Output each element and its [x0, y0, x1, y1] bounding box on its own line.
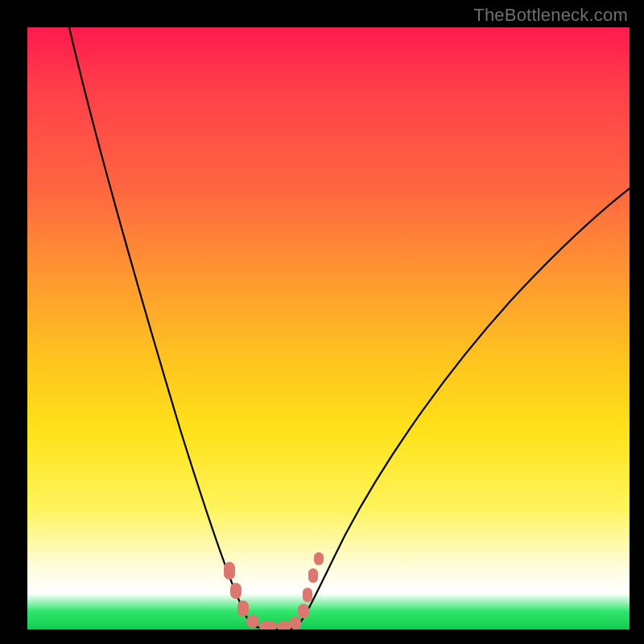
sample-dot	[290, 617, 301, 630]
sample-dot	[277, 621, 291, 630]
watermark-text: TheBottleneck.com	[473, 5, 628, 26]
curve-layer	[27, 27, 630, 630]
sample-dot	[230, 583, 242, 599]
sample-dot	[237, 601, 249, 617]
sample-dot	[246, 615, 259, 628]
chart-frame: TheBottleneck.com	[0, 0, 644, 644]
right-curve	[296, 188, 630, 627]
plot-area	[27, 27, 630, 630]
sample-dot	[259, 621, 277, 630]
left-curve	[69, 27, 257, 627]
sample-dot	[308, 568, 318, 583]
sample-dot	[298, 604, 309, 618]
sample-markers	[224, 552, 324, 630]
sample-dot	[224, 562, 235, 580]
sample-dot	[303, 588, 312, 602]
sample-dot	[314, 552, 324, 565]
